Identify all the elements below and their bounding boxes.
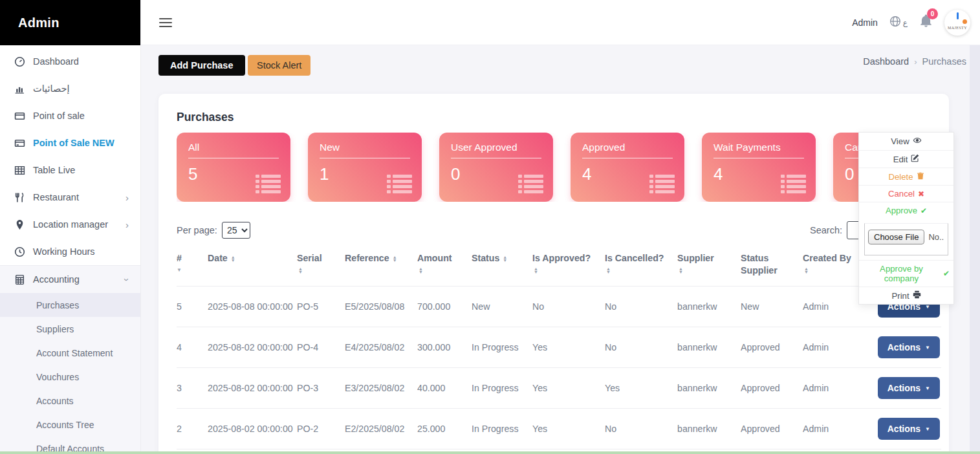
cell-is-approved: Yes: [532, 409, 605, 449]
table-row: 5 2025-08-08 00:00:00 PO-5 E5/2025/08/08…: [177, 286, 941, 327]
sidebar-subitem[interactable]: Vouchures: [0, 365, 140, 389]
sidebar-item-label: Accounting: [33, 274, 80, 285]
purchases-panel: Purchases All 5 New 1: [158, 94, 949, 454]
stock-alert-button[interactable]: Stock Alert: [248, 55, 310, 76]
sidebar-item-point-of-sale-new[interactable]: Point of Sale NEW: [0, 129, 140, 157]
stat-card-label: New: [320, 142, 410, 158]
sidebar-item-dashboard[interactable]: Dashboard: [0, 48, 140, 75]
menu-item-approve-by-company[interactable]: Approve by company ✔: [859, 260, 953, 286]
menu-item-cancel[interactable]: Cancel ✖: [859, 185, 953, 202]
menu-item-approve[interactable]: Approve ✔: [859, 202, 953, 219]
stats-icon: [14, 83, 25, 94]
column-header-is-cancelled[interactable]: Is Cancelled?▲▼: [605, 247, 677, 286]
cell-created-by: Admin: [803, 409, 870, 449]
sidebar-nav: Dashboard إحصائيات Point of sale Point o…: [0, 45, 140, 454]
stat-card[interactable]: All 5: [177, 133, 290, 202]
cell-status-supplier: Approved: [741, 368, 803, 409]
vertical-scrollbar[interactable]: [970, 45, 980, 451]
avatar[interactable]: MAJESTY: [944, 10, 970, 36]
sidebar-item-accounting[interactable]: Accounting ›: [0, 266, 140, 293]
menu-item-delete[interactable]: Delete: [859, 168, 953, 185]
user-name: Admin: [852, 17, 878, 28]
column-header-status[interactable]: Status▲▼: [472, 247, 532, 286]
list-icon: [518, 175, 543, 193]
language-label: ع: [903, 18, 908, 27]
sidebar-item-label: Location manager: [33, 219, 108, 230]
sidebar-subitem-label: Account Statement: [36, 348, 113, 358]
sidebar-subitem[interactable]: Accounts Tree: [0, 413, 140, 437]
sidebar-item-label: Working Hours: [33, 246, 95, 257]
cell-num: 2: [177, 409, 208, 449]
cell-status: New: [472, 286, 532, 327]
column-header-status-supplier[interactable]: Status Supplier: [741, 247, 803, 286]
sidebar-subitem[interactable]: Accounts: [0, 389, 140, 413]
cell-reference: E3/2025/08/02: [345, 368, 417, 409]
cell-supplier: bannerkw: [677, 409, 741, 449]
cell-is-cancelled: No: [605, 286, 677, 327]
column-header-reference[interactable]: Reference▲▼: [345, 247, 417, 286]
stat-card-label: Wait Payments: [713, 142, 804, 158]
check-icon: ✔: [943, 269, 950, 278]
column-header-is-approved[interactable]: Is Approved?▲▼: [532, 247, 605, 286]
menu-item-view[interactable]: View: [859, 133, 953, 150]
accounting-submenu: Purchases Suppliers Account Statement Vo…: [0, 293, 140, 454]
row-actions-button[interactable]: Actions▼: [878, 418, 940, 440]
stat-card-label: Approved: [582, 142, 673, 158]
pos-icon: [14, 111, 25, 122]
restaurant-icon: [14, 192, 25, 203]
cell-is-approved: Yes: [532, 327, 605, 368]
stat-card[interactable]: Wait Payments 4: [702, 133, 816, 202]
sidebar-subitem[interactable]: Suppliers: [0, 317, 140, 341]
row-actions-button[interactable]: Actions▼: [878, 377, 940, 399]
column-header-serial[interactable]: Serial▲▼: [297, 247, 345, 286]
sidebar: Admin Dashboard إحصائيات Point of sale P…: [0, 0, 141, 454]
cell-serial: PO-4: [297, 327, 345, 368]
sidebar-item-point-of-sale[interactable]: Point of sale: [0, 102, 140, 129]
cell-date: 2025-08-08 00:00:00: [208, 286, 297, 327]
check-icon: ✔: [920, 206, 927, 215]
cell-amount: 300.000: [417, 327, 472, 368]
sidebar-subitem[interactable]: Purchases: [0, 293, 140, 317]
row-actions-button[interactable]: Actions▼: [878, 336, 940, 358]
cell-supplier: bannerkw: [677, 368, 741, 409]
breadcrumb-dashboard-link[interactable]: Dashboard: [863, 56, 909, 67]
stat-card[interactable]: New 1: [308, 133, 422, 202]
sidebar-subitem-label: Accounts Tree: [36, 420, 94, 430]
caret-down-icon: ▼: [925, 304, 930, 310]
sidebar-item-working-hours[interactable]: Working Hours: [0, 238, 140, 265]
sidebar-item-label: Dashboard: [33, 56, 79, 67]
sidebar-subitem[interactable]: Account Statement: [0, 341, 140, 365]
stat-card[interactable]: Approved 4: [571, 133, 684, 202]
per-page-control: Per page: 25: [177, 222, 250, 239]
stat-card[interactable]: User Approved 0: [439, 133, 553, 202]
list-icon: [387, 175, 412, 193]
hamburger-menu-icon[interactable]: [159, 18, 172, 27]
table-icon: [14, 165, 25, 176]
cell-is-approved: No: [532, 286, 605, 327]
sidebar-item-table-live[interactable]: Table Live: [0, 157, 140, 184]
horizontal-scrollbar[interactable]: [0, 451, 980, 454]
column-header-amount[interactable]: Amount▲▼: [417, 247, 472, 286]
column-header-num[interactable]: #▼: [177, 247, 208, 286]
sidebar-item-restaurant[interactable]: Restaurant ›: [0, 184, 140, 211]
menu-item-edit[interactable]: Edit: [859, 150, 953, 168]
cell-status: In Progress: [472, 409, 532, 449]
sidebar-item-location-manager[interactable]: Location manager ›: [0, 211, 140, 238]
sort-icon: ▲▼: [231, 255, 235, 262]
per-page-label: Per page:: [177, 225, 217, 235]
per-page-select[interactable]: 25: [222, 222, 250, 239]
chevron-right-icon: ›: [125, 220, 129, 230]
add-purchase-button[interactable]: Add Purchase: [158, 55, 245, 76]
sidebar-item-statistics[interactable]: إحصائيات: [0, 75, 140, 102]
language-switch[interactable]: ع: [889, 16, 908, 30]
column-header-date[interactable]: Date▲▼: [208, 247, 297, 286]
choose-file-button[interactable]: Choose File: [868, 230, 924, 244]
avatar-logo-text: MAJESTY: [944, 26, 970, 30]
cell-num: 3: [177, 368, 208, 409]
menu-item-print[interactable]: Print: [859, 286, 953, 304]
notifications-button[interactable]: 0: [919, 14, 933, 30]
cell-serial: PO-3: [297, 368, 345, 409]
sort-icon: ▲▼: [804, 267, 866, 274]
column-header-supplier[interactable]: Supplier▲▼: [677, 247, 741, 286]
search-label: Search:: [810, 225, 842, 235]
